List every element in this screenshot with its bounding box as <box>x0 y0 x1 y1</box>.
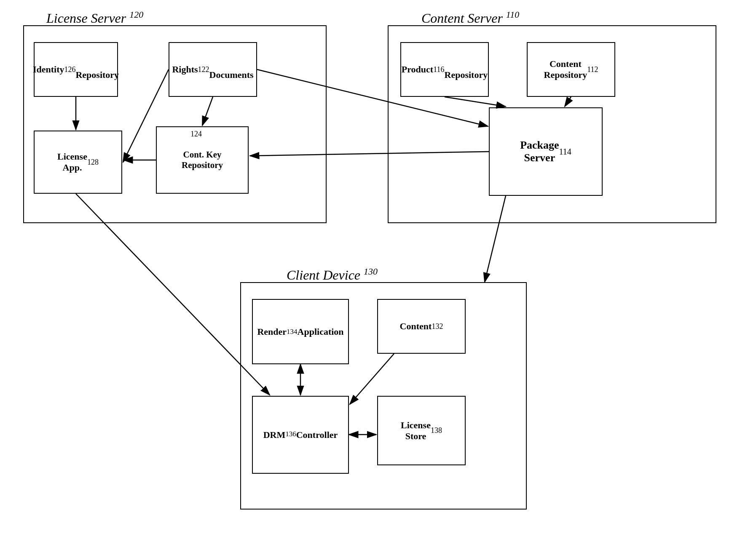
drm-controller-box: DRM136Controller <box>252 396 349 474</box>
package-server-box: PackageServer 114 <box>489 107 603 196</box>
cont-key-repo-box: 124 Cont. KeyRepository <box>156 126 249 194</box>
license-server-ref: 120 <box>129 9 143 20</box>
product-repo-box: Product116Repository <box>400 42 489 97</box>
diagram-container: License Server 120 Content Server 110 Cl… <box>0 0 756 539</box>
cont-key-ref: 124 <box>190 130 202 139</box>
license-app-ref: 128 <box>87 158 99 167</box>
license-app-box: LicenseApp. 128 <box>34 131 122 194</box>
rights-ref: 122 <box>198 65 209 74</box>
identity-ref: 126 <box>64 65 75 74</box>
rights-documents-box: Rights122Documents <box>169 42 257 97</box>
identity-repository-box: Identity126Repository <box>34 42 118 97</box>
license-server-title: License Server 120 <box>46 9 143 26</box>
content-repo-box: ContentRepository112 <box>527 42 615 97</box>
client-device-ref: 130 <box>364 266 378 277</box>
content-132-box: Content132 <box>377 299 466 354</box>
client-device-title: Client Device 130 <box>287 266 378 283</box>
content-server-title: Content Server 110 <box>421 9 519 26</box>
render-ref: 134 <box>287 328 298 336</box>
license-store-box: LicenseStore138 <box>377 396 466 465</box>
content-repo-ref: 112 <box>587 65 598 74</box>
content-server-ref: 110 <box>506 9 519 20</box>
product-ref: 116 <box>433 65 444 74</box>
render-app-box: Render134Application <box>252 299 349 364</box>
